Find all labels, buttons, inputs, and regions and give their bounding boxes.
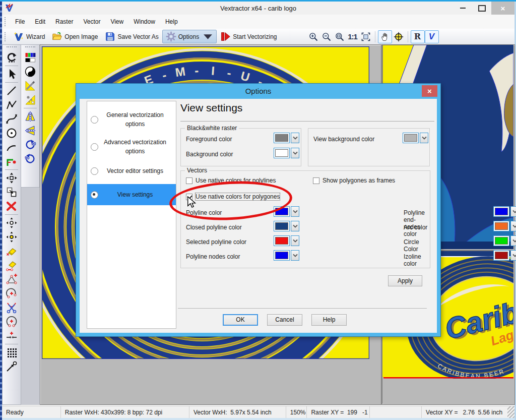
tool-despeckle[interactable] [23, 79, 38, 93]
tool-arc[interactable] [4, 140, 19, 154]
tool-trace[interactable] [4, 154, 19, 168]
menu-window[interactable]: Window [128, 16, 160, 28]
chevron-down-icon[interactable] [510, 206, 516, 217]
circle-plus-icon [6, 316, 18, 328]
status-zoom-level: 150% [286, 406, 307, 418]
polyline-end-nodes-color-combo[interactable] [493, 206, 516, 217]
nav-vector-editor[interactable]: Vector editor settings [87, 164, 176, 178]
menu-file[interactable]: File [10, 16, 30, 28]
fit-to-window-button[interactable] [359, 31, 372, 43]
radio-icon[interactable] [91, 143, 98, 151]
nav-view-settings[interactable]: View settings [87, 184, 176, 205]
tool-add-vertex[interactable] [4, 272, 19, 286]
resize-grip[interactable] [507, 406, 514, 418]
arc-color-combo[interactable] [493, 221, 516, 231]
menu-vector[interactable]: Vector [78, 16, 105, 28]
tool-polyline[interactable] [4, 98, 19, 112]
tool-erase-segment[interactable] [4, 258, 19, 272]
crosshair-target-button[interactable] [392, 31, 405, 43]
zoom-1-1-button[interactable]: 1:1 [346, 31, 359, 43]
menu-view[interactable]: View [105, 16, 128, 28]
nav-general-vectorization[interactable]: General vectorization options [87, 108, 176, 131]
tool-move[interactable] [4, 171, 19, 185]
chevron-down-icon[interactable] [291, 235, 299, 246]
checkbox-checked-icon[interactable] [186, 194, 192, 200]
tool-delete[interactable] [4, 199, 19, 213]
menu-help[interactable]: Help [160, 16, 183, 28]
izoline-color-combo[interactable] [493, 250, 516, 261]
polyline-color-combo[interactable] [274, 206, 299, 217]
tool-join-segments[interactable] [4, 329, 19, 343]
tool-rotate-ccw[interactable]: 90 [23, 152, 38, 166]
titlebar[interactable]: Vextractor x64 - carib logo × [2, 2, 514, 15]
cancel-button[interactable]: Cancel [267, 314, 302, 326]
raster-view-toggle[interactable]: R [411, 30, 425, 43]
ok-button[interactable]: OK [223, 314, 258, 326]
nav-advanced-vectorization[interactable]: Advanced vectorization options [87, 136, 176, 158]
pan-hand-button[interactable] [378, 30, 392, 43]
options-button[interactable]: Options [162, 30, 217, 43]
minimize-button[interactable] [453, 2, 472, 15]
dialog-close-button[interactable]: × [422, 85, 437, 97]
tool-grid[interactable] [4, 345, 19, 359]
view-background-color-combo[interactable] [403, 133, 428, 143]
tool-move-node-alt[interactable] [4, 230, 19, 244]
native-colors-polygones-checkbox[interactable]: Use native colors for polygones [186, 193, 280, 200]
chevron-down-icon[interactable] [510, 221, 516, 231]
menu-raster[interactable]: Raster [50, 16, 78, 28]
tool-remove-dots[interactable] [23, 93, 38, 107]
radio-icon[interactable] [91, 116, 98, 124]
chevron-down-icon[interactable] [510, 235, 516, 246]
tool-erase-node[interactable] [4, 244, 19, 258]
menu-edit[interactable]: Edit [30, 16, 50, 28]
tool-circle[interactable] [4, 126, 19, 140]
tool-copy[interactable] [4, 185, 19, 199]
tool-undo[interactable] [4, 50, 19, 65]
tool-select[interactable] [4, 67, 19, 81]
tool-invert[interactable] [23, 65, 38, 79]
maximize-button[interactable] [472, 2, 491, 15]
tool-pick-point[interactable] [4, 359, 19, 374]
tool-line[interactable] [4, 84, 19, 98]
chevron-down-icon[interactable] [510, 250, 516, 261]
closed-polyline-color-combo[interactable] [274, 221, 299, 231]
tool-cut[interactable] [4, 301, 19, 315]
zoom-out-button[interactable] [320, 31, 333, 43]
options-dialog[interactable]: Options × General vectorization options … [76, 83, 441, 337]
foreground-color-combo[interactable] [274, 133, 299, 143]
tool-bezier[interactable] [4, 112, 19, 126]
checkbox-icon[interactable] [186, 177, 192, 184]
zoom-window-button[interactable] [333, 31, 346, 43]
chevron-down-icon[interactable] [291, 133, 299, 143]
tool-move-node[interactable] [4, 216, 19, 230]
vector-view-toggle[interactable]: V [425, 30, 439, 43]
help-button[interactable]: Help [311, 314, 347, 326]
save-vector-button[interactable]: Save Vector As [101, 30, 162, 43]
tool-rotate-cw[interactable]: 90 [23, 138, 38, 152]
circle-color-combo[interactable] [493, 235, 516, 246]
polygones-as-frames-checkbox[interactable]: Show polygones as frames [313, 177, 395, 184]
polyline-nodes-color-combo[interactable] [274, 250, 299, 261]
tool-add-arc-node[interactable] [4, 286, 19, 301]
chevron-down-icon[interactable] [291, 148, 299, 158]
zoom-in-button[interactable] [307, 31, 320, 43]
tool-palette-colors[interactable] [23, 50, 38, 65]
apply-button[interactable]: Apply [388, 275, 422, 286]
open-image-button[interactable]: Open Image [48, 30, 101, 43]
tool-flip-horizontal[interactable] [23, 109, 38, 124]
chevron-down-icon[interactable] [291, 250, 299, 261]
tool-close-contour[interactable] [4, 315, 19, 329]
chevron-down-icon[interactable] [291, 221, 299, 231]
wizard-button[interactable]: Wizard [10, 30, 48, 43]
native-colors-polylines-checkbox[interactable]: Use native colors for polylines [186, 177, 276, 184]
background-color-combo[interactable] [274, 148, 299, 158]
chevron-down-icon[interactable] [420, 133, 428, 143]
checkbox-icon[interactable] [313, 177, 319, 184]
radio-icon[interactable] [91, 167, 98, 175]
chevron-down-icon[interactable] [291, 206, 299, 217]
radio-selected-icon[interactable] [91, 191, 98, 199]
start-vectorizing-button[interactable]: Start Vectorizing [217, 30, 280, 43]
tool-flip-vertical[interactable] [23, 124, 38, 138]
selected-polyline-color-combo[interactable] [274, 235, 299, 246]
close-button[interactable]: × [491, 2, 514, 15]
